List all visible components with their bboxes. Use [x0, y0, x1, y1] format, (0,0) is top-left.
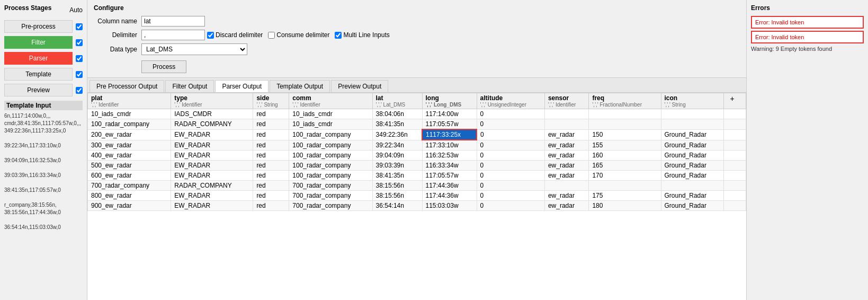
col-header-side: side',',' String [253, 93, 289, 109]
filter-button[interactable]: Filter [4, 36, 73, 49]
cell-side: red [253, 191, 289, 201]
cell-freq: 175 [589, 191, 661, 201]
template-checkbox[interactable] [76, 71, 83, 78]
cell-type: EW_RADAR [171, 161, 253, 171]
cell-freq: 180 [589, 201, 661, 211]
template-input-title: Template Input [4, 101, 83, 110]
cell-lat: 36:54:14n [372, 201, 422, 211]
preview-checkbox[interactable] [76, 87, 83, 94]
cell-altitude: 0 [477, 151, 544, 161]
filter-checkbox[interactable] [76, 39, 83, 46]
cell-extra [723, 191, 746, 201]
cell-side: red [253, 119, 289, 130]
discard-delimiter-checkbox[interactable] [207, 32, 214, 39]
table-row: 10_iads_cmdrIADS_CMDRred10_iads_cmdr38:0… [88, 109, 746, 119]
cell-long: 116:33:34w [422, 161, 477, 171]
cell-long: 117:44:36w [422, 191, 477, 201]
cell-freq [589, 119, 661, 130]
column-name-input[interactable] [141, 16, 205, 27]
col-header-plat: plat',',' Identifier [88, 93, 171, 109]
table-body: 10_iads_cmdrIADS_CMDRred10_iads_cmdr38:0… [88, 109, 746, 211]
parser-button[interactable]: Parser [4, 52, 73, 65]
cell-plat: 100_radar_company [88, 119, 171, 130]
cell-plat: 700_radar_company [88, 181, 171, 191]
cell-lat: 39:03:39n [372, 161, 422, 171]
preview-button[interactable]: Preview [4, 84, 73, 96]
cell-lat: 39:04:09n [372, 151, 422, 161]
tab-pre-processor-output[interactable]: Pre Processor Output [90, 80, 164, 92]
preprocess-button[interactable]: Pre-process [4, 20, 73, 33]
cell-plat: 600_ew_radar [88, 171, 171, 181]
cell-comm: 10_iads_cmdr [289, 119, 372, 130]
col-header-freq: freq',',' FractionalNumber [589, 93, 661, 109]
cell-comm: 10_iads_cmdr [289, 109, 372, 119]
parser-checkbox[interactable] [76, 55, 83, 62]
data-type-select[interactable]: Lat_DMS Long_DMS String Identifier Unsig… [141, 43, 247, 55]
configure-panel: Configure Column name Delimiter Discard … [87, 0, 746, 78]
cell-comm: 100_radar_company [289, 161, 372, 171]
cell-extra [723, 109, 746, 119]
data-type-label: Data type [94, 46, 141, 53]
cell-icon: Ground_Radar [661, 171, 723, 181]
cell-long: 117:33:10w [422, 140, 477, 151]
cell-lat: 38:15:56n [372, 191, 422, 201]
cell-extra [723, 181, 746, 191]
cell-side: red [253, 151, 289, 161]
cell-type: IADS_CMDR [171, 109, 253, 119]
cell-side: red [253, 109, 289, 119]
cell-freq: 165 [589, 161, 661, 171]
cell-sensor: ew_radar [544, 171, 589, 181]
cell-extra [723, 119, 746, 130]
col-header-sensor: sensor',',' Identifier [544, 93, 589, 109]
cell-plat: 400_ew_radar [88, 151, 171, 161]
col-header-lat: lat',',' Lat_DMS [372, 93, 422, 109]
error-item-1: Error: Invalid token [751, 31, 864, 43]
col-header-icon: icon',',' String [661, 93, 723, 109]
cell-long: 116:32:53w [422, 151, 477, 161]
delimiter-input[interactable] [141, 30, 205, 40]
cell-lat: 38:41:35n [372, 171, 422, 181]
cell-long: 117:05:57w [422, 171, 477, 181]
cell-comm: 700_radar_company [289, 191, 372, 201]
preprocess-checkbox[interactable] [76, 23, 83, 30]
stage-row-template: Template [4, 68, 83, 81]
tab-preview-output[interactable]: Preview Output [331, 80, 388, 92]
process-button[interactable]: Process [141, 60, 186, 73]
template-input-section: Template Input 6n,1117:14:00w,0,,, cmdr,… [4, 101, 83, 231]
cell-plat: 200_ew_radar [88, 129, 171, 140]
data-table: plat',',' Identifier type',',' Identifie… [87, 93, 746, 211]
consume-delimiter-checkbox[interactable] [268, 32, 275, 39]
cell-plat: 10_iads_cmdr [88, 109, 171, 119]
cell-type: EW_RADAR [171, 191, 253, 201]
multi-line-item: Multi Line Inputs [335, 31, 389, 39]
table-row: 500_ew_radarEW_RADARred100_radar_company… [88, 161, 746, 171]
cell-side: red [253, 181, 289, 191]
cell-freq [589, 181, 661, 191]
tab-template-output[interactable]: Template Output [270, 80, 330, 92]
table-row: 400_ew_radarEW_RADARred100_radar_company… [88, 151, 746, 161]
delimiter-label: Delimiter [94, 31, 141, 39]
add-column-button[interactable]: + [727, 93, 738, 104]
tab-filter-output[interactable]: Filter Output [165, 80, 214, 92]
tab-parser-output[interactable]: Parser Output [215, 80, 269, 92]
stage-row-filter: Filter [4, 36, 83, 49]
cell-freq: 150 [589, 129, 661, 140]
cell-comm: 700_radar_company [289, 181, 372, 191]
cell-icon: Ground_Radar [661, 191, 723, 201]
multi-line-checkbox[interactable] [335, 32, 342, 39]
table-row: 800_ew_radarEW_RADARred700_radar_company… [88, 191, 746, 201]
cell-type: EW_RADAR [171, 171, 253, 181]
cell-extra [723, 151, 746, 161]
template-button[interactable]: Template [4, 68, 73, 81]
auto-label: Auto [69, 6, 83, 14]
table-row: 700_radar_companyRADAR_COMPANYred700_rad… [88, 181, 746, 191]
cell-icon: Ground_Radar [661, 140, 723, 151]
column-name-row: Column name [94, 16, 740, 27]
data-table-area: plat',',' Identifier type',',' Identifie… [87, 93, 746, 300]
table-row: 200_ew_radarEW_RADARred100_radar_company… [88, 129, 746, 140]
column-name-label: Column name [94, 17, 141, 25]
cell-type: EW_RADAR [171, 151, 253, 161]
delimiter-row: Delimiter Discard delimiter Consume deli… [94, 30, 740, 40]
cell-type: EW_RADAR [171, 140, 253, 151]
tab-bar: Pre Processor Output Filter Output Parse… [87, 78, 746, 93]
